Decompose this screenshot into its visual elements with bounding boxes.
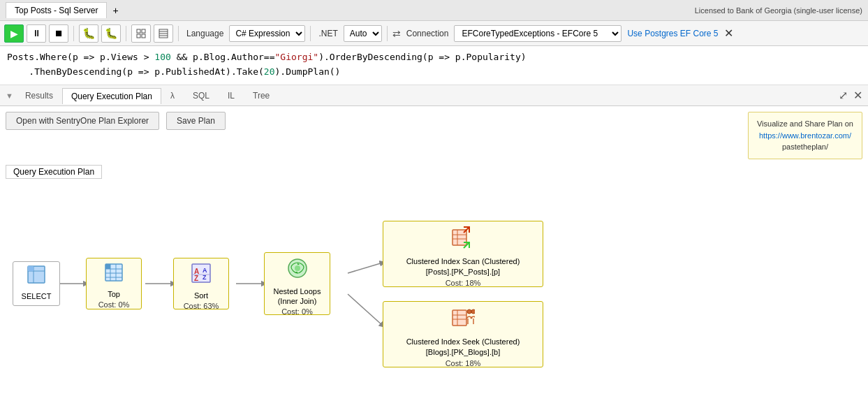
tab-lambda[interactable]: λ bbox=[161, 87, 184, 103]
save-plan-button[interactable]: Save Plan bbox=[166, 112, 226, 130]
code-line1: Posts.Where(p => p.Views > 100 && p.Blog… bbox=[7, 50, 861, 65]
svg-rect-16 bbox=[28, 266, 34, 271]
tab-results[interactable]: Results bbox=[16, 87, 62, 103]
tab-tree[interactable]: Tree bbox=[244, 87, 279, 103]
play-button[interactable]: ▶ bbox=[4, 24, 24, 43]
svg-text:Z: Z bbox=[194, 275, 198, 282]
top-table-icon bbox=[104, 263, 124, 282]
code-editor[interactable]: Posts.Where(p => p.Views > 100 && p.Blog… bbox=[0, 46, 868, 85]
svg-line-11 bbox=[348, 263, 383, 273]
svg-point-40 bbox=[467, 309, 471, 314]
info-line2: https://www.brentozar.com/ bbox=[757, 130, 853, 142]
nested-loops-node: Nested Loops (Inner Join) Cost: 0% bbox=[264, 252, 330, 315]
svg-rect-36 bbox=[453, 310, 466, 326]
grid-icon2 bbox=[159, 29, 168, 38]
sort-label: Sort bbox=[194, 291, 208, 300]
stop-button[interactable]: ⏹ bbox=[49, 24, 68, 43]
add-tab-button[interactable]: + bbox=[107, 2, 124, 19]
code-line2: .ThenByDescending(p => p.PublishedAt).Ta… bbox=[7, 65, 861, 80]
select-table-icon bbox=[27, 265, 46, 284]
pause-button[interactable]: ⏸ bbox=[27, 24, 46, 43]
scan-label: Clustered Index Scan (Clustered) [Posts]… bbox=[406, 256, 520, 278]
expand-icon[interactable]: ⤢ bbox=[839, 89, 848, 102]
main-tab[interactable]: Top Posts - Sql Server bbox=[6, 2, 107, 18]
svg-text:Z: Z bbox=[203, 274, 207, 281]
action-row-left: Open with SentryOne Plan Explorer Save P… bbox=[6, 112, 226, 130]
arrow-icon: ⇄ bbox=[392, 28, 401, 39]
action-row: Open with SentryOne Plan Explorer Save P… bbox=[6, 112, 862, 159]
scan-table-icon bbox=[451, 226, 475, 249]
svg-point-31 bbox=[295, 265, 300, 271]
svg-rect-3 bbox=[142, 34, 145, 38]
sort-az-icon: A Z A Z bbox=[191, 263, 212, 284]
title-bar: Top Posts - Sql Server + Licensed to Ban… bbox=[0, 0, 868, 21]
plan-tab-label[interactable]: Query Execution Plan bbox=[6, 165, 102, 179]
info-line3: pastetheplan/ bbox=[757, 141, 853, 153]
select-label: SELECT bbox=[22, 291, 52, 301]
svg-rect-2 bbox=[137, 34, 140, 38]
plan-diagram: SELECT Top Cost: 0% bbox=[6, 186, 862, 381]
tab-label: Top Posts - Sql Server bbox=[15, 6, 98, 15]
sort-icon: A Z A Z bbox=[191, 263, 212, 288]
title-bar-left: Top Posts - Sql Server + bbox=[6, 2, 124, 19]
grid-button1[interactable] bbox=[131, 24, 151, 43]
tab-sql[interactable]: SQL bbox=[184, 87, 219, 103]
stop-icon: ⏹ bbox=[54, 28, 64, 38]
grid-icon1 bbox=[136, 29, 146, 38]
net-label: .NET bbox=[318, 29, 337, 38]
tab-query-plan[interactable]: Query Execution Plan bbox=[62, 88, 161, 104]
top-label: Top bbox=[108, 289, 120, 299]
connection-label: Connection bbox=[406, 29, 449, 38]
net-select[interactable]: Auto bbox=[344, 25, 382, 42]
top-cost: Cost: 0% bbox=[98, 300, 130, 309]
collapse-icon[interactable]: ▼ bbox=[6, 92, 13, 100]
seek-table-icon bbox=[451, 306, 475, 330]
nested-loops-cost: Cost: 0% bbox=[281, 307, 313, 316]
pause-icon: ⏸ bbox=[32, 28, 41, 38]
info-link[interactable]: https://www.brentozar.com/ bbox=[759, 131, 851, 140]
toolbar: ▶ ⏸ ⏹ 🐛 🐛 Language C# Expression .NET Au… bbox=[0, 21, 868, 46]
main-content: Open with SentryOne Plan Explorer Save P… bbox=[0, 106, 868, 394]
svg-line-12 bbox=[348, 294, 383, 326]
tab-bar-right: ⤢ ✕ bbox=[839, 89, 862, 102]
clustered-seek-node: Clustered Index Seek (Clustered) [Blogs]… bbox=[383, 301, 543, 367]
sep1 bbox=[73, 26, 74, 41]
language-label: Language bbox=[186, 29, 223, 38]
sep5 bbox=[387, 26, 388, 41]
info-line1: Visualize and Share Plan on bbox=[757, 118, 853, 130]
grid-button2[interactable] bbox=[154, 24, 173, 43]
tab-bar: ▼ Results Query Execution Plan λ SQL IL … bbox=[0, 85, 868, 106]
sort-cost: Cost: 63% bbox=[184, 302, 219, 310]
select-icon bbox=[27, 265, 46, 289]
seek-cost: Cost: 18% bbox=[446, 359, 481, 367]
svg-text:A: A bbox=[203, 267, 207, 274]
license-info: Licensed to Bank of Georgia (single-user… bbox=[695, 6, 862, 15]
loop-icon bbox=[286, 257, 309, 279]
nested-loops-label: Nested Loops (Inner Join) bbox=[274, 286, 321, 307]
sep3 bbox=[178, 26, 179, 41]
seek-label: Clustered Index Seek (Clustered) [Blogs]… bbox=[406, 337, 520, 358]
postgres-link[interactable]: Use Postgres EF Core 5 bbox=[627, 29, 718, 38]
scan-cost: Cost: 18% bbox=[446, 279, 481, 287]
info-box: Visualize and Share Plan on https://www.… bbox=[748, 112, 862, 159]
scan-icon bbox=[451, 226, 475, 254]
top-icon bbox=[104, 263, 124, 286]
bug-blue-button[interactable]: 🐛 bbox=[101, 24, 121, 43]
sep4 bbox=[310, 26, 311, 41]
language-select[interactable]: C# Expression bbox=[229, 25, 305, 42]
connection-select[interactable]: EFCoreTypedExceptions - EFCore 5 bbox=[454, 25, 621, 42]
nested-loops-icon bbox=[286, 257, 309, 284]
tab-il[interactable]: IL bbox=[219, 87, 244, 103]
toolbar-close-icon[interactable]: ✕ bbox=[724, 27, 733, 40]
select-node: SELECT bbox=[13, 261, 60, 306]
svg-point-41 bbox=[471, 309, 475, 314]
bug-red-button[interactable]: 🐛 bbox=[79, 24, 98, 43]
svg-rect-0 bbox=[137, 29, 140, 33]
svg-rect-1 bbox=[142, 29, 145, 33]
open-explorer-button[interactable]: Open with SentryOne Plan Explorer bbox=[6, 112, 159, 130]
tab-close-icon[interactable]: ✕ bbox=[853, 89, 862, 102]
svg-rect-23 bbox=[105, 264, 110, 269]
clustered-scan-node: Clustered Index Scan (Clustered) [Posts]… bbox=[383, 221, 543, 287]
seek-icon bbox=[451, 306, 475, 334]
sep2 bbox=[126, 26, 126, 41]
